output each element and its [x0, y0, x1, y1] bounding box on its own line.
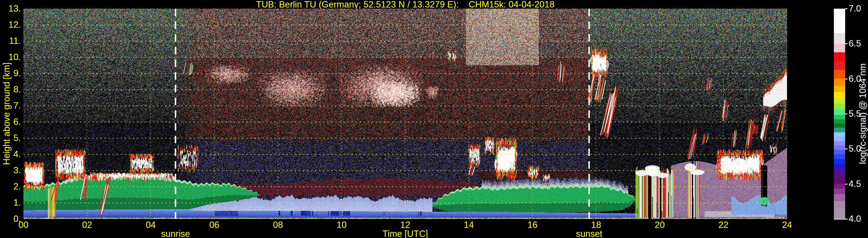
- colorbar-segment: [834, 154, 845, 159]
- colorbar-segment: [834, 150, 845, 154]
- x-tick-label: 14: [456, 220, 482, 230]
- colorbar-segment: [834, 78, 845, 86]
- y-tick-label: 12.: [0, 20, 21, 30]
- y-tick-label: 1.: [0, 198, 21, 208]
- colorbar-segment: [834, 178, 845, 183]
- colorbar-segment: [834, 189, 845, 194]
- x-tick-label: 18: [583, 220, 609, 230]
- colorbar-tick-mark: [845, 148, 847, 149]
- x-tick-label: 04: [138, 220, 164, 230]
- colorbar-segment: [834, 44, 845, 52]
- y-tick-label: 11.: [0, 36, 21, 46]
- colorbar-segment: [834, 201, 845, 208]
- x-tick-label: 08: [265, 220, 291, 230]
- plot-title: TUB: Berlin TU (Germany; 52.5123 N / 13.…: [24, 0, 787, 9]
- colorbar-segment: [834, 9, 845, 33]
- colorbar-segment: [834, 70, 845, 78]
- colorbar-segment: [834, 124, 845, 128]
- sunrise-label: sunrise: [141, 229, 210, 238]
- colorbar-segment: [834, 169, 845, 174]
- heatmap-canvas: [24, 9, 787, 219]
- colorbar-segment: [834, 159, 845, 164]
- sunset-label: sunset: [555, 229, 624, 238]
- y-tick-label: 3.: [0, 166, 21, 175]
- colorbar-tick-mark: [845, 43, 847, 44]
- colorbar-segment: [834, 86, 845, 92]
- y-tick-label: 4.: [0, 149, 21, 159]
- colorbar-segment: [834, 33, 845, 44]
- y-tick-label: 8.: [0, 84, 21, 95]
- x-tick-label: 00: [10, 220, 36, 230]
- colorbar-segment: [834, 141, 845, 145]
- colorbar-tick-mark: [845, 113, 847, 114]
- colorbar-axis-label: log(rc-signal) @ 1064 nm: [857, 9, 868, 219]
- x-tick-label: 12: [392, 220, 418, 230]
- ceilometer-quicklook: TUB: Berlin TU (Germany; 52.5123 N / 13.…: [0, 0, 868, 238]
- colorbar-segment: [834, 128, 845, 132]
- colorbar-segment: [834, 119, 845, 124]
- colorbar-segment: [834, 145, 845, 150]
- colorbar-segment: [834, 52, 845, 61]
- y-tick-label: 13.: [0, 4, 21, 13]
- colorbar-segment: [834, 184, 845, 189]
- colorbar-segment: [834, 194, 845, 201]
- x-tick-label: 20: [647, 220, 673, 230]
- x-tick-label: 22: [710, 220, 736, 230]
- y-tick-label: 6.: [0, 117, 21, 127]
- colorbar-segment: [834, 115, 845, 119]
- colorbar-segment: [834, 92, 845, 98]
- colorbar-segment: [834, 132, 845, 137]
- y-tick-label: 7.: [0, 101, 21, 111]
- y-tick-label: 2.: [0, 182, 21, 192]
- colorbar-segment: [834, 137, 845, 141]
- x-axis-label: Time [UTC]: [359, 229, 452, 238]
- colorbar-segment: [834, 61, 845, 70]
- y-tick-label: 10.: [0, 52, 21, 62]
- colorbar-segment: [834, 164, 845, 169]
- x-tick-label: 10: [329, 220, 354, 230]
- colorbar-baseline: [834, 219, 845, 219]
- colorbar-segment: [834, 208, 845, 219]
- x-tick-label: 16: [520, 220, 546, 230]
- x-tick-label: 24: [774, 220, 800, 230]
- y-tick-label: 9.: [0, 68, 21, 78]
- x-tick-label: 06: [201, 220, 227, 230]
- colorbar-segment: [834, 109, 845, 115]
- colorbar: [834, 9, 845, 219]
- y-tick-label: 5.: [0, 133, 21, 143]
- colorbar-segment: [834, 174, 845, 178]
- colorbar-tick-mark: [845, 219, 847, 219]
- colorbar-tick-mark: [845, 184, 847, 184]
- colorbar-tick-mark: [845, 8, 847, 9]
- colorbar-tick-mark: [845, 78, 847, 79]
- colorbar-segment: [834, 98, 845, 104]
- colorbar-segment: [834, 104, 845, 109]
- x-tick-label: 02: [74, 220, 100, 230]
